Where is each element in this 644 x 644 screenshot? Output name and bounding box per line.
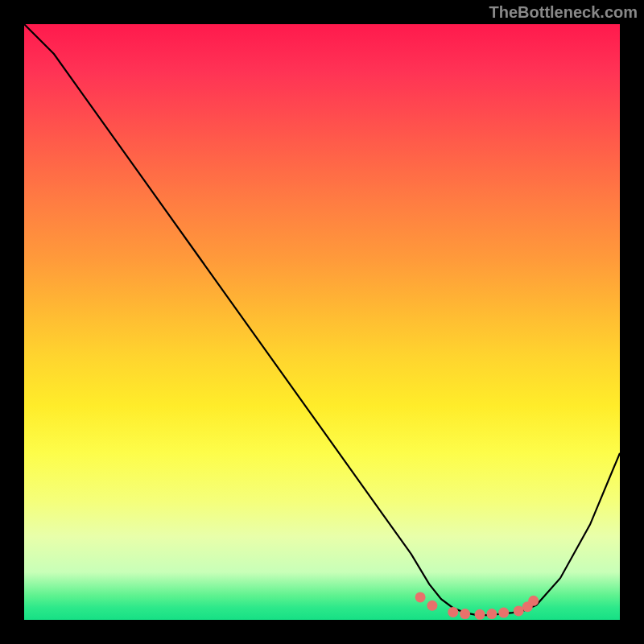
chart-curve [24,24,620,615]
chart-container: TheBottleneck.com [0,0,644,644]
chart-marker [528,596,539,606]
chart-marker [486,609,497,619]
chart-marker [415,592,426,602]
chart-marker [448,607,458,617]
chart-markers [415,592,539,619]
chart-marker [460,609,470,619]
chart-marker [427,601,437,611]
chart-marker [514,605,524,616]
chart-marker [498,608,509,618]
plot-area [24,24,620,620]
chart-svg [24,24,620,620]
chart-marker [475,609,485,620]
watermark-text: TheBottleneck.com [489,3,638,22]
